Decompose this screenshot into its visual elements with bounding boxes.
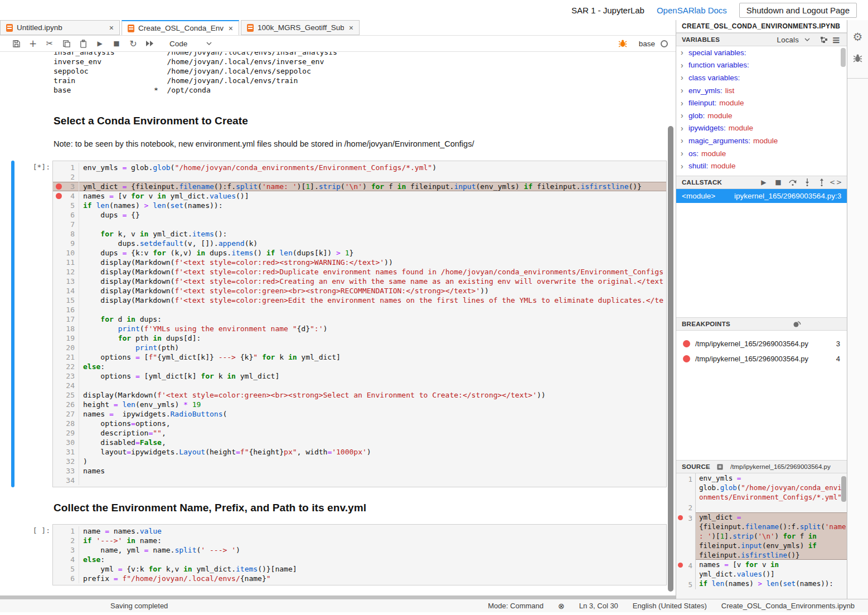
chevron-right-icon[interactable]: › xyxy=(681,162,688,171)
breakpoint-marker[interactable] xyxy=(56,401,62,408)
copy-cells-button[interactable] xyxy=(58,37,75,50)
code-text[interactable]: print(f'YMLs using the environment name … xyxy=(79,324,666,333)
cut-cells-button[interactable]: ✂ xyxy=(41,37,58,50)
code-text[interactable]: ) xyxy=(79,457,666,466)
variables-section-header[interactable]: VARIABLES Locals ≡ xyxy=(676,33,847,46)
code-line[interactable]: 14 display(Markdown(f'<text style=color:… xyxy=(53,286,666,296)
run-button[interactable]: ▶ xyxy=(91,37,108,50)
debugger-bug-icon[interactable] xyxy=(614,37,631,50)
code-text[interactable]: yml_dict = {fileinput.filename():f.split… xyxy=(79,182,666,191)
breakpoint-marker[interactable] xyxy=(56,164,62,171)
notebook-scrollbar[interactable] xyxy=(667,52,674,595)
close-icon[interactable]: × xyxy=(108,23,115,32)
chevron-right-icon[interactable]: › xyxy=(681,48,688,57)
breakpoint-marker[interactable] xyxy=(56,439,62,445)
code-cell-1[interactable]: [*]: 1env_ymls = glob.glob("/home/jovyan… xyxy=(11,161,667,487)
variable-row[interactable]: ›os:module xyxy=(676,147,847,160)
breakpoint-marker[interactable] xyxy=(56,231,62,237)
remove-all-breakpoints-icon[interactable] xyxy=(791,318,803,330)
chevron-right-icon[interactable]: › xyxy=(681,99,688,108)
terminate-icon[interactable]: ■ xyxy=(772,177,784,188)
code-line[interactable]: 12 display(Markdown(f'<text style=color:… xyxy=(53,267,666,277)
table-view-icon[interactable]: ≡ xyxy=(830,34,842,45)
code-text[interactable]: display(Markdown(f'<text style=color:gre… xyxy=(79,296,666,305)
code-text[interactable]: options = [yml_dict[k] for k in yml_dict… xyxy=(79,371,666,381)
cursor-position[interactable]: Ln 3, Col 30 xyxy=(579,602,618,610)
code-line[interactable]: 22else: xyxy=(53,362,666,371)
code-line[interactable]: 33names xyxy=(53,466,666,476)
breakpoint-marker[interactable] xyxy=(56,269,62,275)
breakpoint-marker[interactable] xyxy=(56,174,62,180)
breakpoint-marker[interactable] xyxy=(56,373,62,379)
code-line[interactable]: 1env_ymls = glob.glob("/home/jovyan/cond… xyxy=(53,163,666,172)
chevron-right-icon[interactable]: › xyxy=(681,86,688,95)
code-line[interactable]: 20 print(pth) xyxy=(53,343,666,352)
code-text[interactable]: name, yml = name.split(' ---> ') xyxy=(79,545,666,555)
breakpoint-marker[interactable] xyxy=(56,335,62,341)
source-line[interactable]: 1env_ymls = glob.glob("/home/jovyan/cond… xyxy=(676,473,847,502)
code-text[interactable]: display(Markdown(f'<text style=color:gre… xyxy=(79,286,666,296)
breakpoint-marker[interactable] xyxy=(56,420,62,427)
code-text[interactable]: for d in dups: xyxy=(79,314,666,324)
code-line[interactable]: 18 print(f'YMLs using the environment na… xyxy=(53,324,666,333)
variable-row[interactable]: ›special variables: xyxy=(676,46,847,59)
chevron-right-icon[interactable]: › xyxy=(681,136,688,145)
code-text[interactable]: env_ymls = glob.glob("/home/jovyan/conda… xyxy=(79,163,666,172)
breakpoint-marker[interactable] xyxy=(56,430,62,436)
close-icon[interactable]: × xyxy=(348,23,355,32)
add-cell-button[interactable]: + xyxy=(25,37,41,50)
code-text[interactable]: dups = {} xyxy=(79,210,666,220)
code-text[interactable]: dups = {k:v for (k,v) in dups.items() if… xyxy=(79,248,666,258)
code-line[interactable]: 13 display(Markdown(f'<text style=color:… xyxy=(53,277,666,286)
code-text[interactable]: names = [v for v in yml_dict.values()] xyxy=(79,191,666,201)
breakpoint-marker[interactable] xyxy=(56,240,62,246)
code-text[interactable] xyxy=(79,172,666,182)
variable-row[interactable]: ›shutil:module xyxy=(676,159,847,172)
breakpoint-marker[interactable] xyxy=(56,547,62,553)
code-line[interactable]: 23 options = [yml_dict[k] for k in yml_d… xyxy=(53,371,666,381)
source-line[interactable]: 5if len(names) > len(set(names)): xyxy=(676,579,847,589)
code-text[interactable]: else: xyxy=(79,555,666,564)
tab-100k-mgrs-geotiff[interactable]: 100k_MGRS_Geotiff_Subse × xyxy=(241,20,360,35)
code-line[interactable]: 17 for d in dups: xyxy=(53,314,666,324)
code-text[interactable]: layout=ipywidgets.Layout(height=f"{heigh… xyxy=(79,447,666,457)
callstack-frame[interactable]: <module> ipykernel_165/2969003564.py:3 xyxy=(676,189,847,203)
breakpoint-marker[interactable] xyxy=(56,212,62,218)
breakpoint-marker[interactable] xyxy=(56,528,62,534)
continue-icon[interactable]: ▶ xyxy=(758,177,770,188)
source-line[interactable]: 2 xyxy=(676,502,847,512)
breakpoint-marker[interactable] xyxy=(56,566,62,572)
code-text[interactable]: prefix = f"/home/jovyan/.local/envs/{nam… xyxy=(79,574,666,583)
breakpoint-marker[interactable] xyxy=(678,582,683,587)
language-indicator[interactable]: English (United States) xyxy=(633,602,707,610)
variables-scrollbar[interactable] xyxy=(841,48,846,67)
breakpoint-marker[interactable] xyxy=(678,515,683,520)
code-line[interactable]: 27names = ipywidgets.RadioButtons( xyxy=(53,409,666,419)
code-text[interactable]: names xyxy=(79,466,666,476)
code-line[interactable]: 1name = names.value xyxy=(53,526,666,536)
breakpoint-marker[interactable] xyxy=(56,307,62,313)
breakpoint-marker[interactable] xyxy=(678,476,683,481)
variable-row[interactable]: ›class variables: xyxy=(676,71,847,84)
variable-row[interactable]: ›magic_arguments:module xyxy=(676,134,847,147)
code-line[interactable]: 15 display(Markdown(f'<text style=color:… xyxy=(53,296,666,305)
breakpoint-marker[interactable] xyxy=(56,326,62,332)
breakpoint-marker[interactable] xyxy=(678,563,683,568)
code-line[interactable]: 24 xyxy=(53,381,666,390)
breakpoint-marker[interactable] xyxy=(56,458,62,464)
opensarlab-docs-link[interactable]: OpenSARlab Docs xyxy=(657,6,727,15)
notebook-content[interactable]: insar_analysis /home/jovyan/.local/envs/… xyxy=(0,52,676,595)
code-text[interactable]: for k, v in yml_dict.items(): xyxy=(79,229,666,239)
code-line[interactable]: 28 options=options, xyxy=(53,419,666,428)
code-line[interactable]: 2if '--->' in name: xyxy=(53,536,666,545)
open-source-icon[interactable] xyxy=(714,461,726,472)
breakpoint-marker[interactable] xyxy=(56,288,62,294)
code-line[interactable]: 29 description="", xyxy=(53,428,666,438)
code-text[interactable]: height = len(env_ymls) * 19 xyxy=(79,400,666,409)
code-line[interactable]: 4else: xyxy=(53,555,666,564)
code-text[interactable]: yml = {v:k for k,v in yml_dict.items()}[… xyxy=(79,564,666,574)
variable-row[interactable]: ›function variables: xyxy=(676,59,847,72)
restart-kernel-button[interactable]: ↻ xyxy=(125,37,142,50)
chevron-right-icon[interactable]: › xyxy=(681,61,688,70)
bug-icon[interactable] xyxy=(847,54,868,65)
